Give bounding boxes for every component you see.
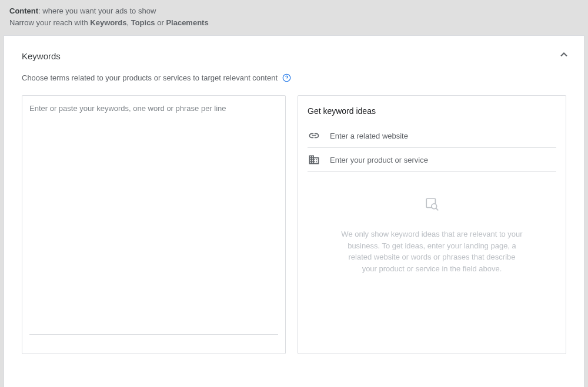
content-header-title: Content: where you want your ads to show: [9, 6, 579, 16]
related-website-row: [308, 124, 556, 148]
svg-point-3: [431, 204, 436, 209]
section-description: Choose terms related to your products or…: [4, 63, 584, 82]
topics-bold: Topics: [131, 18, 155, 27]
content-header-subtitle: Narrow your reach with Keywords, Topics …: [9, 18, 579, 28]
help-icon: [282, 73, 291, 82]
product-service-row: [308, 148, 556, 172]
keywords-textarea[interactable]: [29, 104, 278, 335]
keywords-card: Keywords Choose terms related to your pr…: [4, 35, 584, 387]
collapse-button[interactable]: [558, 49, 570, 63]
section-description-text: Choose terms related to your products or…: [22, 73, 278, 82]
chevron-up-icon: [558, 49, 570, 60]
empty-state: We only show keyword ideas that are rele…: [308, 172, 556, 274]
business-icon: [308, 154, 320, 166]
help-button[interactable]: [282, 73, 291, 82]
empty-state-text: We only show keyword ideas that are rele…: [341, 228, 523, 274]
keyword-ideas-panel: Get keyword ideas: [298, 95, 566, 354]
content-columns: Get keyword ideas: [4, 82, 584, 372]
keywords-section-header: Keywords: [4, 36, 584, 63]
keywords-bold: Keywords: [90, 18, 126, 27]
product-service-input[interactable]: [330, 156, 556, 164]
content-header-banner: Content: where you want your ads to show…: [0, 0, 588, 35]
content-header-rest: : where you want your ads to show: [38, 6, 156, 15]
placements-bold: Placements: [166, 18, 208, 27]
keywords-input-panel: [22, 95, 286, 354]
related-website-input[interactable]: [330, 132, 556, 140]
section-title: Keywords: [22, 51, 61, 61]
content-label: Content: [9, 6, 38, 15]
search-empty-icon: [425, 197, 440, 214]
link-icon: [308, 130, 320, 142]
keyword-ideas-title: Get keyword ideas: [308, 106, 556, 116]
svg-line-4: [436, 208, 438, 211]
